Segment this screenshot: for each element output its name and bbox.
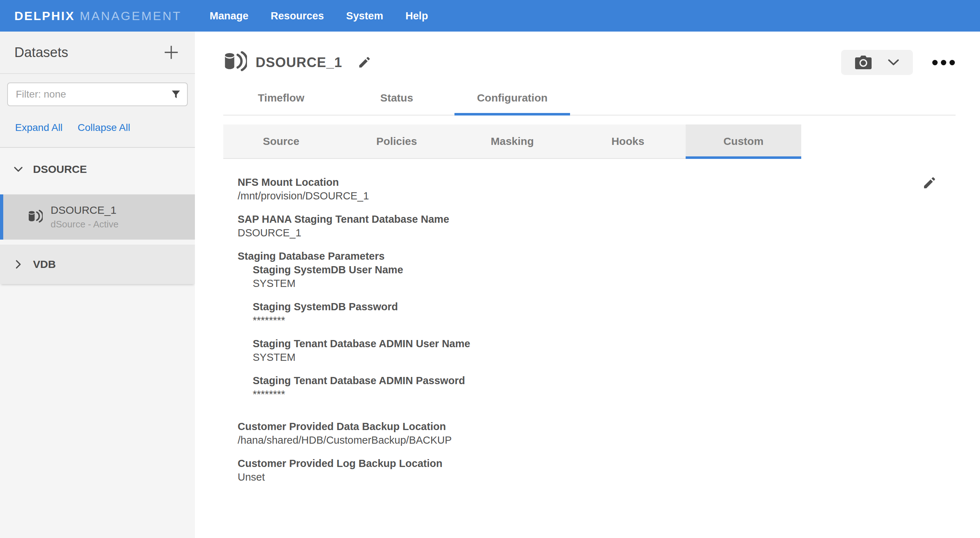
snapshot-button[interactable] [841,50,913,75]
chevron-down-icon [13,164,24,175]
filter-input[interactable] [7,83,188,106]
field-label: Staging Database Parameters [238,249,956,263]
field-log-backup-location: Customer Provided Log Backup Location Un… [238,457,956,484]
subtab-hooks[interactable]: Hooks [570,124,686,158]
field-value: SYSTEM [253,351,956,364]
chevron-right-icon [13,259,24,270]
field-group-staging-db-parameters: Staging Database Parameters [238,249,956,263]
field-label: Staging Tenant Database ADMIN User Name [253,337,956,351]
datasets-tree: DSOURCE DSOURCE_1 dSource - Active VDB [0,147,195,538]
tree-group-dsource[interactable]: DSOURCE [0,148,195,191]
tree-item-text: DSOURCE_1 dSource - Active [51,204,118,230]
subtab-masking[interactable]: Masking [455,124,570,158]
tree-group-vdb[interactable]: VDB [0,244,195,284]
primary-tabs: Timeflow Status Configuration [223,81,956,116]
app-logo: DELPHIX MANAGEMENT [14,9,181,23]
configuration-subtabs: Source Policies Masking Hooks Custom [223,124,801,159]
field-staging-tenant-admin-user: Staging Tenant Database ADMIN User Name … [253,337,956,364]
field-value: /mnt/provision/DSOURCE_1 [238,189,956,203]
expand-all-link[interactable]: Expand All [15,122,62,133]
dsource-icon [223,51,247,73]
field-label: NFS Mount Location [238,175,956,189]
field-label: Customer Provided Log Backup Location [238,457,956,470]
tree-item-status: dSource - Active [51,219,118,230]
plus-icon [163,44,180,60]
collapse-all-link[interactable]: Collapse All [78,122,130,133]
field-value: ******** [253,387,956,401]
field-value: DSOURCE_1 [238,226,956,240]
field-label: Customer Provided Data Backup Location [238,420,956,433]
tree-group-label: VDB [33,258,56,270]
field-label: SAP HANA Staging Tenant Database Name [238,212,956,226]
field-value: SYSTEM [253,276,956,290]
top-nav-menu: Manage Resources System Help [210,10,428,22]
add-dataset-button[interactable] [162,44,180,61]
rename-button[interactable] [357,55,372,70]
field-label: Staging SystemDB User Name [253,263,956,276]
pencil-icon [922,175,937,190]
brand-primary: DELPHIX [14,9,75,23]
field-staging-tenant-admin-password: Staging Tenant Database ADMIN Password *… [253,374,956,401]
tab-status[interactable]: Status [339,81,455,115]
nav-item-manage[interactable]: Manage [210,10,248,22]
main-panel: DSOURCE_1 [195,32,980,538]
filter-container [7,83,188,106]
subtab-custom[interactable]: Custom [686,124,801,158]
tree-link-row: Expand All Collapse All [0,106,195,147]
field-value: /hana/shared/HDB/CustomerBackup/BACKUP [238,433,956,447]
field-label: Staging SystemDB Password [253,300,956,313]
top-navigation-bar: DELPHIX MANAGEMENT Manage Resources Syst… [0,0,980,32]
funnel-icon [170,89,181,100]
pencil-icon [357,55,372,70]
field-data-backup-location: Customer Provided Data Backup Location /… [238,420,956,447]
nav-item-help[interactable]: Help [406,10,428,22]
tree-item-dsource-1[interactable]: DSOURCE_1 dSource - Active [0,194,195,240]
tree-group-label: DSOURCE [33,163,87,175]
field-staging-systemdb-user: Staging SystemDB User Name SYSTEM [253,263,956,290]
sidebar-header: Datasets [0,32,195,74]
tree-item-name: DSOURCE_1 [51,204,118,216]
field-staging-systemdb-password: Staging SystemDB Password ******** [253,300,956,327]
ellipsis-icon [941,60,946,65]
tab-configuration[interactable]: Configuration [455,81,570,115]
more-actions-button[interactable] [932,56,956,69]
title-row: DSOURCE_1 [223,49,956,75]
tab-timeflow[interactable]: Timeflow [223,81,339,115]
custom-configuration-panel: NFS Mount Location /mnt/provision/DSOURC… [223,175,956,484]
field-nfs-mount-location: NFS Mount Location /mnt/provision/DSOURC… [238,175,956,203]
brand-secondary: MANAGEMENT [80,9,181,23]
filter-menu-button[interactable] [170,89,181,100]
sidebar-title: Datasets [14,45,68,60]
dsource-icon [28,210,43,224]
field-value: ******** [253,313,956,327]
chevron-down-icon [888,59,899,66]
page-title: DSOURCE_1 [256,55,342,70]
datasets-sidebar: Datasets Expand All Collapse All DSOURCE [0,32,195,538]
nav-item-system[interactable]: System [346,10,383,22]
nav-item-resources[interactable]: Resources [270,10,324,22]
field-value: Unset [238,470,956,484]
subtab-source[interactable]: Source [223,124,339,158]
edit-custom-config-button[interactable] [922,175,937,190]
camera-icon [855,55,872,70]
ellipsis-icon [950,60,955,65]
ellipsis-icon [932,60,938,65]
subtab-policies[interactable]: Policies [339,124,455,158]
field-label: Staging Tenant Database ADMIN Password [253,374,956,387]
field-staging-tenant-db-name: SAP HANA Staging Tenant Database Name DS… [238,212,956,240]
